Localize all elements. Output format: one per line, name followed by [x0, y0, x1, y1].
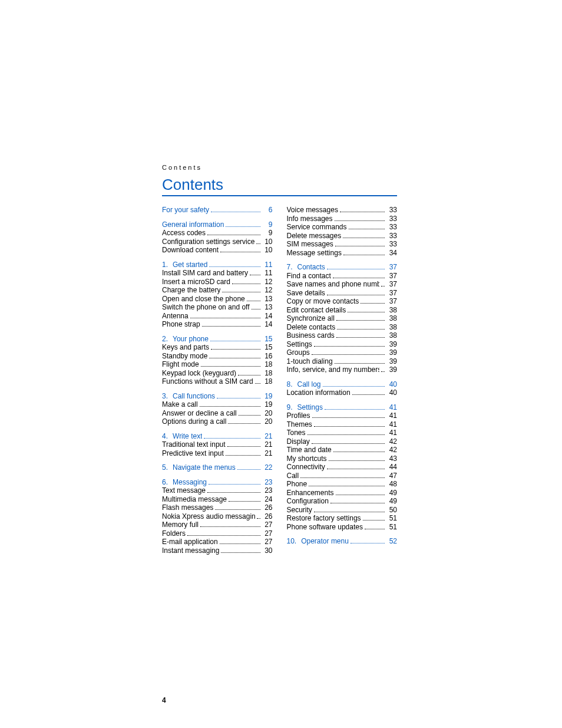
toc-entry[interactable]: Functions without a SIM card18 — [162, 377, 273, 386]
toc-entry[interactable]: Save details37 — [287, 289, 398, 298]
toc-entry[interactable]: Insert a microSD card12 — [162, 278, 273, 286]
toc-entry[interactable]: Antenna14 — [162, 312, 273, 321]
toc-entry-page: 38 — [386, 306, 397, 315]
toc-section-head[interactable]: 6.Messaging23 — [162, 478, 273, 487]
toc-entry-label: Text message — [162, 486, 206, 495]
toc-entry[interactable]: Options during a call20 — [162, 417, 273, 426]
toc-section-head[interactable]: 10.Operator menu52 — [287, 537, 398, 546]
toc-entry[interactable]: Groups39 — [287, 348, 398, 357]
toc-leader-dots — [337, 329, 385, 330]
toc-section-head[interactable]: 9.Settings41 — [287, 403, 398, 412]
toc-entry[interactable]: Connectivity44 — [287, 463, 398, 472]
toc-entry[interactable]: My shortcuts43 — [287, 454, 398, 463]
toc-entry[interactable]: Keys and parts15 — [162, 343, 273, 352]
toc-leader-dots — [217, 398, 260, 398]
toc-entry-label: Security — [287, 506, 312, 515]
toc-section-head[interactable]: 8.Call log40 — [287, 380, 398, 389]
toc-leader-dots — [351, 543, 385, 543]
toc-leader-dots — [333, 452, 385, 452]
toc-entry[interactable]: Configuration settings service10 — [162, 238, 273, 246]
toc-entry[interactable]: Nokia Xpress audio messaging26 — [162, 512, 273, 521]
toc-section-head[interactable]: For your safety6 — [162, 206, 273, 215]
toc-section-head[interactable]: General information9 — [162, 220, 273, 229]
toc-entry[interactable]: Traditional text input21 — [162, 440, 273, 449]
toc-entry[interactable]: Predictive text input21 — [162, 449, 273, 458]
toc-entry[interactable]: Phone48 — [287, 480, 398, 489]
toc-entry[interactable]: Service commands33 — [287, 223, 398, 232]
page-title: Contents — [162, 176, 397, 196]
toc-entry[interactable]: Security50 — [287, 506, 398, 515]
toc-entry[interactable]: Text message23 — [162, 486, 273, 495]
toc-section-head[interactable]: 1.Get started11 — [162, 261, 273, 269]
toc-entry[interactable]: Info, service, and my numbers39 — [287, 365, 398, 374]
toc-entry[interactable]: Configuration49 — [287, 497, 398, 506]
toc-entry[interactable]: Charge the battery12 — [162, 286, 273, 295]
toc-entry[interactable]: 1-touch dialing39 — [287, 357, 398, 366]
toc-entry[interactable]: Flash messages26 — [162, 503, 273, 512]
toc-leader-dots — [352, 394, 385, 395]
toc-entry-page: 40 — [386, 388, 397, 397]
toc-entry[interactable]: Themes41 — [287, 420, 398, 429]
toc-entry[interactable]: Save names and phone numbers37 — [287, 280, 398, 289]
toc-section-head[interactable]: 4.Write text21 — [162, 432, 273, 441]
toc-section-head[interactable]: 5.Navigate the menus22 — [162, 463, 273, 472]
toc-entry[interactable]: Phone software updates51 — [287, 523, 398, 532]
toc-entry-label: Phone strap — [162, 320, 200, 329]
toc-entry-label: Memory full — [162, 521, 199, 529]
toc-entry[interactable]: Install SIM card and battery11 — [162, 269, 273, 278]
toc-entry-label: Instant messaging — [162, 546, 219, 555]
toc-leader-dots — [327, 295, 385, 295]
toc-entry[interactable]: Tones41 — [287, 429, 398, 437]
toc-leader-dots — [215, 509, 260, 510]
toc-entry[interactable]: Phone strap14 — [162, 320, 273, 329]
toc-leader-dots — [255, 383, 260, 384]
toc-leader-dots — [343, 255, 385, 255]
toc-section-head[interactable]: 3.Call functions19 — [162, 392, 273, 401]
toc-leader-dots — [201, 366, 260, 367]
toc-leader-dots — [200, 526, 260, 527]
toc-entry[interactable]: Answer or decline a call20 — [162, 409, 273, 418]
toc-leader-dots — [247, 301, 260, 301]
toc-entry-page: 50 — [386, 506, 397, 515]
toc-entry[interactable]: Flight mode18 — [162, 360, 273, 369]
toc-entry[interactable]: Message settings34 — [287, 249, 398, 258]
toc-entry[interactable]: Delete contacts38 — [287, 323, 398, 332]
toc-entry[interactable]: Switch the phone on and off13 — [162, 303, 273, 312]
toc-entry[interactable]: Folders27 — [162, 529, 273, 538]
toc-entry[interactable]: Voice messages33 — [287, 206, 398, 215]
toc-entry[interactable]: Business cards38 — [287, 331, 398, 340]
toc-entry[interactable]: Profiles41 — [287, 411, 398, 420]
toc-entry[interactable]: Location information40 — [287, 388, 398, 397]
toc-entry[interactable]: Standby mode16 — [162, 352, 273, 361]
toc-entry[interactable]: SIM messages33 — [287, 240, 398, 249]
toc-entry[interactable]: Call47 — [287, 472, 398, 480]
toc-entry[interactable]: Copy or move contacts37 — [287, 297, 398, 306]
toc-entry-page: 51 — [386, 523, 397, 532]
toc-entry[interactable]: Find a contact37 — [287, 272, 398, 281]
toc-section-head[interactable]: 7.Contacts37 — [287, 263, 398, 272]
toc-entry[interactable]: Keypad lock (keyguard)18 — [162, 369, 273, 378]
toc-entry[interactable]: Access codes9 — [162, 229, 273, 238]
toc-entry[interactable]: Synchronize all38 — [287, 314, 398, 323]
toc-entry-page: 39 — [386, 348, 397, 357]
toc-section-head[interactable]: 2.Your phone15 — [162, 335, 273, 344]
toc-entry[interactable]: Make a call19 — [162, 400, 273, 409]
toc-entry-page: 38 — [386, 323, 397, 332]
toc-entry-label: Traditional text input — [162, 440, 226, 449]
toc-entry[interactable]: Download content10 — [162, 246, 273, 255]
toc-leader-dots — [335, 363, 385, 364]
toc-entry[interactable]: Multimedia message24 — [162, 495, 273, 504]
toc-entry[interactable]: Info messages33 — [287, 215, 398, 223]
toc-entry[interactable]: E-mail application27 — [162, 538, 273, 546]
toc-entry[interactable]: Delete messages33 — [287, 232, 398, 241]
toc-entry[interactable]: Open and close the phone13 — [162, 295, 273, 304]
toc-entry[interactable]: Enhancements49 — [287, 489, 398, 498]
toc-entry[interactable]: Time and date42 — [287, 446, 398, 454]
toc-entry[interactable]: Edit contact details38 — [287, 306, 398, 315]
toc-entry[interactable]: Display42 — [287, 437, 398, 446]
toc-entry[interactable]: Instant messaging30 — [162, 546, 273, 555]
toc-entry-label: Profiles — [287, 411, 310, 420]
toc-entry[interactable]: Settings39 — [287, 340, 398, 349]
toc-entry[interactable]: Memory full27 — [162, 521, 273, 529]
toc-entry[interactable]: Restore factory settings51 — [287, 514, 398, 523]
